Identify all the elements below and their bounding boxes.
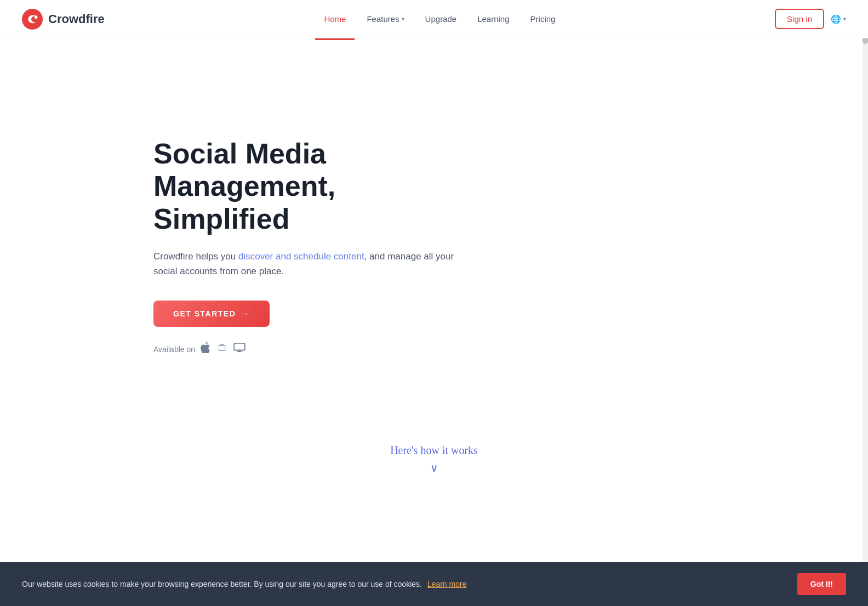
features-chevron-icon: ▾ xyxy=(402,16,404,22)
get-started-button[interactable]: GET STARTED → xyxy=(153,301,270,327)
page-scrollbar[interactable] xyxy=(863,0,868,518)
arrow-icon: → xyxy=(241,309,250,318)
language-selector[interactable]: 🌐 ▾ xyxy=(831,14,846,24)
nav-right: Sign in 🌐 ▾ xyxy=(775,9,846,29)
hero-subtitle: Crowdfire helps you discover and schedul… xyxy=(153,249,471,279)
language-chevron-icon: ▾ xyxy=(843,16,846,22)
hero-title: Social Media Management, Simplified xyxy=(153,138,493,236)
logo-link[interactable]: Crowdfire xyxy=(22,9,105,30)
apple-icon xyxy=(201,342,210,356)
svg-rect-2 xyxy=(234,343,245,350)
android-icon xyxy=(217,342,227,356)
how-it-works-text: Here's how it works xyxy=(390,444,478,457)
globe-icon: 🌐 xyxy=(831,14,841,24)
platform-icons xyxy=(201,342,245,356)
svg-point-0 xyxy=(22,9,43,30)
logo-icon xyxy=(22,9,43,30)
nav-pricing[interactable]: Pricing xyxy=(522,10,564,28)
nav-home[interactable]: Home xyxy=(315,10,355,28)
hero-content: Social Media Management, Simplified Crow… xyxy=(153,138,493,356)
nav-features[interactable]: Features ▾ xyxy=(358,10,413,28)
svg-point-1 xyxy=(35,15,38,19)
how-it-works-chevron-icon[interactable]: ∨ xyxy=(430,461,438,474)
nav-upgrade[interactable]: Upgrade xyxy=(416,10,466,28)
desktop-icon xyxy=(233,343,245,355)
nav-learning[interactable]: Learning xyxy=(469,10,518,28)
header: Crowdfire Home Features ▾ Upgrade Learni… xyxy=(0,0,868,38)
sign-in-button[interactable]: Sign in xyxy=(775,9,824,29)
hero-section: Social Media Management, Simplified Crow… xyxy=(0,38,868,422)
main-nav: Home Features ▾ Upgrade Learning Pricing xyxy=(315,10,564,28)
available-on-section: Available on xyxy=(153,342,493,356)
brand-name: Crowdfire xyxy=(48,12,105,26)
how-it-works-section: Here's how it works ∨ xyxy=(0,422,868,518)
